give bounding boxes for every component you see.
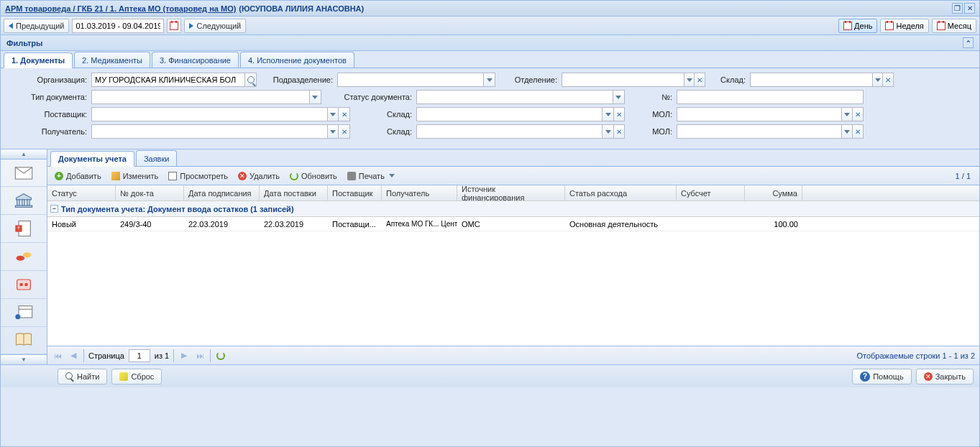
app-window: АРМ товароведа / ГКБ 21 / 1. Аптека МО (… [0,0,980,447]
tab-documents[interactable]: 1. Документы [4,52,73,68]
page-next-button[interactable]: ▶ [178,350,190,361]
chevron-down-icon [615,96,621,99]
mol1-dropdown[interactable] [842,107,853,121]
warehouse3-clear[interactable]: ✕ [614,124,625,139]
close-button[interactable]: ✕Закрыть [916,369,974,384]
view-month-button[interactable]: Месяц [932,19,976,33]
col-subacc[interactable]: Субсчет [677,185,745,201]
find-button[interactable]: Найти [58,369,107,384]
tab-financing[interactable]: 3. Финансирование [152,52,239,68]
supplier-clear[interactable]: ✕ [339,107,350,121]
delete-button[interactable]: ✕Удалить [234,169,284,183]
mol2-clear[interactable]: ✕ [853,124,864,139]
col-signdate[interactable]: Дата подписания [184,185,260,201]
mol1-input[interactable] [677,107,842,121]
mol2-input[interactable] [677,124,842,139]
warehouse2-dropdown[interactable] [603,107,613,121]
tab-execution[interactable]: 4. Исполнение документов [240,52,354,68]
warehouse1-dropdown[interactable] [873,73,884,87]
recipient-input[interactable] [91,124,328,139]
col-supplier[interactable]: Поставщик [328,185,382,201]
sidebar-item-mail[interactable] [1,160,47,188]
prev-button[interactable]: Предыдущий [4,19,69,33]
sidebar-item-book[interactable] [1,327,47,355]
sidebar-item-pills[interactable] [1,243,47,271]
cell-delivdate: 22.03.2019 [260,217,328,231]
refresh-button[interactable]: Обновить [285,169,342,183]
reset-button[interactable]: Сброс [111,369,162,384]
col-expense[interactable]: Статья расхода [565,185,677,201]
mol1-clear[interactable]: ✕ [853,107,864,121]
tab-medicaments[interactable]: 2. Медикаменты [74,52,150,68]
org-input[interactable] [91,73,245,87]
mol2-dropdown[interactable] [842,124,853,139]
group-collapse-icon[interactable]: − [50,205,58,213]
sidebar-item-document[interactable]: + [1,215,47,243]
docstatus-dropdown[interactable] [613,90,625,104]
subtab-documents[interactable]: Документы учета [50,151,134,167]
cell-supplier: Поставщи... [328,217,382,231]
page-first-button[interactable]: ⏮ [52,350,63,361]
table-row[interactable]: Новый 249/3-40 22.03.2019 22.03.2019 Пос… [47,217,979,231]
add-button[interactable]: +Добавить [50,169,106,183]
mail-icon [14,163,34,183]
dept-clear[interactable]: ✕ [695,73,705,87]
col-docnum[interactable]: № док-та [116,185,184,201]
label-warehouse1: Склад: [710,75,746,84]
sidebar-item-bank[interactable] [1,187,47,215]
collapse-filters-icon[interactable]: ⌃ [963,37,974,48]
col-finsource[interactable]: Источник финансирования [457,185,565,201]
maximize-icon[interactable]: ❐ [952,3,963,14]
warehouse2-input[interactable] [416,107,603,121]
date-range-input[interactable] [72,19,164,33]
subdiv-dropdown[interactable] [484,73,495,87]
page-refresh-button[interactable] [215,350,226,361]
recipient-clear[interactable]: ✕ [339,124,350,139]
doctype-dropdown[interactable] [310,90,321,104]
bottom-toolbar: Найти Сброс ?Помощь ✕Закрыть [1,364,979,387]
col-recipient[interactable]: Получатель [382,185,457,201]
subdiv-input[interactable] [337,73,484,87]
chevron-down-icon [487,78,493,82]
sidebar-item-pills2[interactable] [1,271,47,299]
edit-button[interactable]: Изменить [107,169,163,183]
view-week-button[interactable]: Неделя [880,19,928,33]
next-button[interactable]: Следующий [184,19,246,33]
page-of: из 1 [155,351,169,360]
supplier-input[interactable] [91,107,328,121]
calendar-button[interactable] [167,19,181,33]
page-prev-button[interactable]: ◀ [68,350,79,361]
group-row[interactable]: − Тип документа учета: Документ ввода ос… [47,201,979,217]
sidebar-scroll-down[interactable]: ▼ [1,354,47,364]
print-button[interactable]: Печать [343,169,399,183]
recipient-dropdown[interactable] [328,124,339,139]
warehouse3-input[interactable] [416,124,603,139]
page-last-button[interactable]: ⏭ [194,350,206,361]
dept-input[interactable] [562,73,684,87]
sidebar-item-calendar[interactable] [1,299,47,327]
docstatus-input[interactable] [416,90,613,104]
supplier-dropdown[interactable] [328,107,339,121]
warehouse3-dropdown[interactable] [603,124,613,139]
filters-header: Фильтры ⌃ [1,35,979,51]
help-button[interactable]: ?Помощь [852,369,912,384]
org-search-button[interactable] [245,73,257,87]
label-doctype: Тип документа: [8,93,87,101]
num-input[interactable] [677,90,864,104]
view-button[interactable]: Просмотреть [164,169,232,183]
col-sum[interactable]: Сумма [745,185,802,201]
warehouse2-clear[interactable]: ✕ [614,107,625,121]
close-window-icon[interactable]: ✕ [964,3,975,14]
doctype-input[interactable] [91,90,310,104]
col-status[interactable]: Статус [47,185,116,201]
view-day-button[interactable]: День [838,19,877,33]
dept-dropdown[interactable] [684,73,695,87]
svg-rect-3 [27,200,30,206]
title-link[interactable]: АРМ товароведа / ГКБ 21 / 1. Аптека МО (… [5,4,236,13]
col-delivdate[interactable]: Дата поставки [260,185,328,201]
warehouse1-input[interactable] [750,73,873,87]
sidebar-scroll-up[interactable]: ▲ [1,149,47,160]
warehouse1-clear[interactable]: ✕ [883,73,894,87]
page-input[interactable] [129,349,150,362]
subtab-requests[interactable]: Заявки [136,150,178,166]
